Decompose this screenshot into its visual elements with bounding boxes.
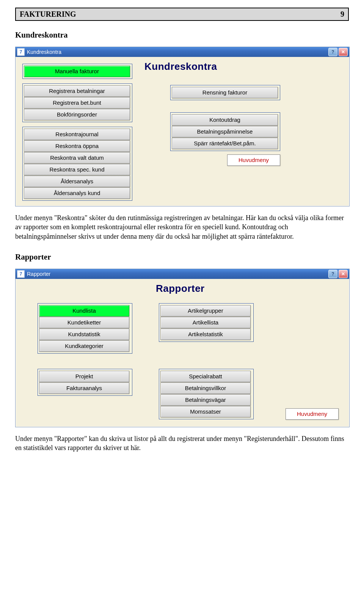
help-button[interactable]: ? (328, 270, 337, 278)
betalningsvillkor-button[interactable]: Betalningsvillkor (160, 382, 251, 394)
screenshot-rapporter: 7 Rapporter ? ✕ Rapporter Kundlista Kund… (15, 269, 350, 427)
huvudmeny-button[interactable]: Huvudmeny (286, 408, 339, 420)
button-group-mid-left: Registrera betalningar Registrera bet.bu… (22, 83, 132, 122)
huvudmeny-button[interactable]: Huvudmeny (227, 154, 280, 166)
close-button[interactable]: ✕ (339, 270, 348, 278)
rensning-fakturor-button[interactable]: Rensning fakturor (172, 87, 278, 98)
titlebar: 7 Kundreskontra ? ✕ (16, 47, 349, 57)
button-group-bottom-left: Reskontrajournal Reskontra öppna Reskont… (22, 127, 132, 201)
button-group-artikel: Artikelgrupper Artikellista Artikelstati… (159, 303, 254, 342)
header-page-number: 9 (340, 10, 344, 19)
momssatser-button[interactable]: Momssatser (160, 406, 251, 417)
window-heading: Kundreskontra (144, 61, 217, 72)
kundetiketter-button[interactable]: Kundetiketter (39, 317, 129, 328)
window-title: Kundreskontra (27, 49, 327, 55)
window-title: Rapporter (27, 271, 327, 277)
manuella-fakturor-button[interactable]: Manuella fakturor (24, 66, 130, 77)
app-icon: 7 (17, 48, 25, 56)
help-button[interactable]: ? (328, 48, 337, 56)
button-group-top-left: Manuella fakturor (22, 64, 132, 79)
registrera-betalningar-button[interactable]: Registrera betalningar (24, 85, 130, 97)
fakturaanalys-button[interactable]: Fakturaanalys (39, 382, 129, 394)
reskontra-oppna-button[interactable]: Reskontra öppna (24, 140, 130, 152)
header-title: FAKTURERING (20, 10, 76, 19)
projekt-button[interactable]: Projekt (39, 371, 129, 382)
reskontra-spec-kund-button[interactable]: Reskontra spec. kund (24, 164, 130, 175)
specialrabatt-button[interactable]: Specialrabatt (160, 371, 251, 382)
sparr-rantefakt-button[interactable]: Spärr räntefakt/Bet.påm. (172, 138, 278, 149)
button-group-projekt: Projekt Fakturaanalys (38, 369, 132, 396)
kundstatistik-button[interactable]: Kundstatistik (39, 329, 129, 340)
registrera-betbunt-button[interactable]: Registrera bet.bunt (24, 97, 130, 109)
kundkategorier-button[interactable]: Kundkategorier (39, 340, 129, 352)
button-group-bottom-right: Kontoutdrag Betalningspåminnelse Spärr r… (170, 112, 280, 151)
document-header: FAKTURERING 9 (15, 8, 349, 21)
bokforingsorder-button[interactable]: Bokföringsorder (24, 109, 130, 120)
paragraph-rapporter: Under menyn "Rapporter" kan du skriva ut… (15, 434, 349, 453)
titlebar: 7 Rapporter ? ✕ (16, 269, 349, 279)
kontoutdrag-button[interactable]: Kontoutdrag (172, 114, 278, 126)
app-icon: 7 (17, 270, 25, 278)
artikelstatistik-button[interactable]: Artikelstatistik (160, 329, 251, 340)
paragraph-kundreskontra: Under menyn "Reskontra" sköter du den ru… (15, 213, 349, 241)
reskontrajournal-button[interactable]: Reskontrajournal (24, 129, 130, 140)
section-title-rapporter: Rapporter (15, 252, 349, 262)
button-group-kund: Kundlista Kundetiketter Kundstatistik Ku… (38, 303, 132, 354)
aldersanalys-button[interactable]: Åldersanalys (24, 176, 130, 187)
artikellista-button[interactable]: Artikellista (160, 317, 251, 328)
betalningsvagar-button[interactable]: Betalningsvägar (160, 394, 251, 406)
reskontra-valt-datum-button[interactable]: Reskontra valt datum (24, 152, 130, 164)
kundlista-button[interactable]: Kundlista (39, 305, 129, 316)
window-heading: Rapporter (156, 283, 205, 294)
screenshot-kundreskontra: 7 Kundreskontra ? ✕ Kundreskontra Manuel… (15, 47, 350, 206)
button-group-top-right: Rensning fakturor (170, 85, 280, 100)
artikelgrupper-button[interactable]: Artikelgrupper (160, 305, 251, 316)
button-group-ovrigt: Specialrabatt Betalningsvillkor Betalnin… (159, 369, 254, 419)
close-button[interactable]: ✕ (339, 48, 348, 56)
aldersanalys-kund-button[interactable]: Åldersanalys kund (24, 187, 130, 199)
section-title-kundreskontra: Kundreskontra (15, 30, 349, 40)
betalningspaminnelse-button[interactable]: Betalningspåminnelse (172, 126, 278, 137)
